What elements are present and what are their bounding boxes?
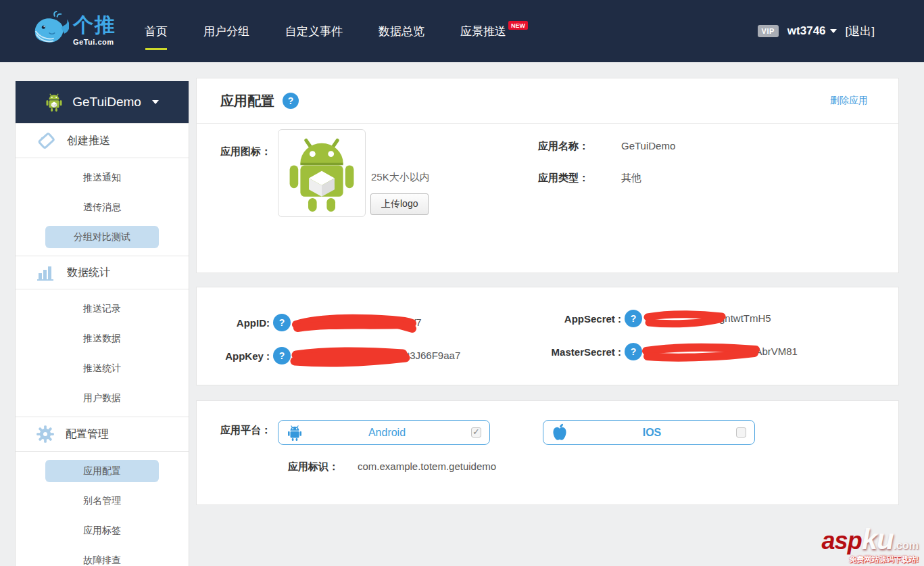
platform-android-pill[interactable]: Android — [278, 420, 490, 445]
sidebar-header-config[interactable]: 配置管理 — [16, 417, 189, 452]
sidebar-item-push-notification[interactable]: 推送通知 — [16, 162, 189, 192]
watermark-com: .com — [894, 540, 919, 551]
red-scribble-redaction — [642, 308, 727, 330]
apple-icon — [552, 423, 568, 442]
mastersecret-label: MasterSecret : — [529, 346, 621, 358]
app-name-value: GeTuiDemo — [621, 140, 675, 153]
android-robot-icon — [45, 92, 63, 112]
appid-row: AppID: xiR1ZW7 — [197, 312, 460, 333]
sidebar-item-app-tags[interactable]: 应用标签 — [16, 515, 189, 545]
app-config-card: 应用配置 删除应用 应用图标： — [196, 78, 899, 273]
user-area: VIP wt3746 [退出] — [758, 0, 875, 62]
watermark-ku: ku — [862, 523, 894, 555]
tag-icon — [36, 131, 56, 150]
sidebar-item-group-ab-test[interactable]: 分组对比测试 — [16, 222, 189, 252]
mastersecret-value: WV9PAbrVM81 — [645, 341, 798, 362]
sidebar-item-push-data[interactable]: 推送数据 — [16, 323, 189, 353]
platform-ios-pill[interactable]: IOS — [543, 420, 755, 445]
ios-checkbox[interactable] — [736, 427, 746, 438]
page-header: 应用配置 删除应用 — [197, 78, 898, 124]
appkey-row: AppKey : t3J66F9aa7 — [197, 345, 460, 367]
brand-name-cn: 个推 — [73, 15, 116, 35]
appsecret-label: AppSecret : — [529, 313, 621, 325]
appid-label: AppID: — [197, 317, 270, 329]
vip-badge: VIP — [758, 25, 779, 37]
chevron-down-icon — [830, 29, 837, 33]
bundle-id-label: 应用标识： — [288, 461, 339, 473]
sidebar-section-data-stats: 数据统计 推送记录 推送数据 推送统计 用户数据 — [16, 256, 189, 417]
appkey-value: t3J66F9aa7 — [293, 345, 460, 367]
sidebar-item-alias-management[interactable]: 别名管理 — [16, 486, 189, 515]
android-icon — [287, 424, 303, 442]
main-nav: 首页 用户分组 自定义事件 数据总览 应景推送NEW — [145, 0, 528, 62]
user-menu[interactable]: wt3746 — [787, 24, 837, 38]
sidebar: GeTuiDemo 创建推送 推送通知 透传消息 分组对比测试 — [15, 81, 189, 566]
upload-logo-button[interactable]: 上传logo — [370, 193, 429, 215]
nav-item-scene-push[interactable]: 应景推送NEW — [460, 24, 528, 39]
appkey-label: AppKey : — [197, 350, 270, 362]
android-checkbox[interactable] — [471, 427, 481, 438]
sidebar-header-data-stats[interactable]: 数据统计 — [16, 256, 189, 289]
platform-label: 应用平台： — [220, 424, 271, 437]
sidebar-header-create-push[interactable]: 创建推送 — [16, 124, 189, 158]
appsecret-value: gntwtTmH5 — [645, 308, 771, 329]
appsecret-help-icon[interactable] — [625, 310, 642, 327]
bundle-id-value: com.example.totem.getuidemo — [358, 461, 496, 473]
app-icon-label: 应用图标： — [220, 145, 271, 158]
page-title: 应用配置 — [220, 92, 274, 110]
app-selector-name: GeTuiDemo — [72, 95, 141, 110]
app-selector[interactable]: GeTuiDemo — [16, 81, 189, 123]
icon-size-hint: 25K大小以内 — [371, 171, 430, 184]
appid-help-icon[interactable] — [273, 314, 291, 331]
delete-app-link[interactable]: 删除应用 — [830, 95, 868, 107]
aspku-watermark: aspku.com 免费网站源码下载站! — [822, 525, 919, 563]
watermark-asp: asp — [822, 527, 862, 555]
appsecret-row: AppSecret : gntwtTmH5 — [529, 308, 798, 329]
platform-card: 应用平台： Android — [196, 400, 899, 505]
appid-value: xiR1ZW7 — [293, 312, 422, 333]
chevron-down-icon — [152, 100, 159, 104]
platform-android-name: Android — [303, 427, 471, 439]
help-icon[interactable] — [283, 93, 299, 109]
sidebar-section-create-push: 创建推送 推送通知 透传消息 分组对比测试 — [16, 123, 189, 256]
app-name-label: 应用名称： — [538, 140, 602, 153]
sidebar-item-push-stats[interactable]: 推送统计 — [16, 353, 189, 383]
sidebar-section-config: 配置管理 应用配置 别名管理 应用标签 故障排查 — [16, 417, 189, 566]
nav-item-user-groups[interactable]: 用户分组 — [203, 24, 249, 39]
android-robot-app-icon — [285, 133, 358, 213]
nav-item-data-overview[interactable]: 数据总览 — [379, 24, 424, 39]
app-type-value: 其他 — [621, 172, 641, 185]
sidebar-item-troubleshooting[interactable]: 故障排查 — [16, 545, 189, 566]
mastersecret-help-icon[interactable] — [625, 343, 642, 360]
bar-chart-icon — [36, 264, 56, 281]
watermark-subtitle: 免费网站源码下载站! — [822, 556, 919, 563]
credentials-card: AppID: xiR1ZW7 AppKey : — [196, 287, 899, 385]
mastersecret-row: MasterSecret : WV9PAbrVM81 — [529, 341, 798, 362]
sidebar-item-user-data[interactable]: 用户数据 — [16, 383, 189, 412]
platform-ios-name: IOS — [568, 427, 736, 439]
sidebar-item-app-config[interactable]: 应用配置 — [16, 456, 189, 486]
logout-link[interactable]: [退出] — [846, 24, 875, 39]
brand-domain: GeTui.com — [73, 38, 114, 46]
appkey-help-icon[interactable] — [273, 347, 291, 364]
nav-item-home[interactable]: 首页 — [145, 24, 168, 39]
getui-logo[interactable]: 个推 GeTui.com — [30, 11, 116, 49]
nav-item-custom-events[interactable]: 自定义事件 — [285, 24, 343, 39]
red-scribble-redaction — [289, 346, 411, 367]
sidebar-item-passthrough-message[interactable]: 透传消息 — [16, 192, 189, 222]
new-badge: NEW — [508, 21, 528, 30]
sidebar-item-push-records[interactable]: 推送记录 — [16, 293, 189, 323]
gear-icon — [36, 425, 55, 444]
whale-logo-icon — [30, 11, 69, 49]
app-icon-preview — [278, 129, 366, 217]
app-type-label: 应用类型： — [538, 172, 602, 185]
top-navbar: 个推 GeTui.com 首页 用户分组 自定义事件 数据总览 应景推送NEW … — [0, 0, 924, 62]
